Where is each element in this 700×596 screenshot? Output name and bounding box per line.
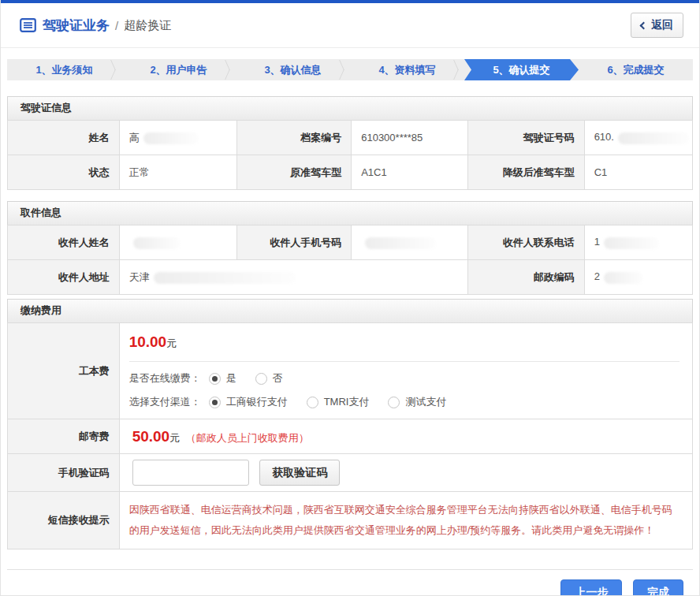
back-button-label: 返回 [651, 18, 673, 32]
field-label-recipient-name: 收件人姓名 [8, 225, 120, 260]
table-row: 状态 正常 原准驾车型 A1C1 降级后准驾车型 C1 [8, 155, 693, 190]
fees-section-title: 缴纳费用 [7, 299, 693, 322]
get-sms-code-button[interactable]: 获取验证码 [259, 460, 340, 486]
field-value-downgraded-class: C1 [584, 155, 692, 190]
radio-online-pay-yes[interactable]: 是 [209, 371, 236, 386]
field-label-card-fee: 工本费 [8, 323, 120, 419]
step-3-confirm-info[interactable]: 3、确认信息 [236, 59, 350, 80]
online-pay-question-row: 是否在线缴费： 是 否 [129, 371, 680, 386]
field-value-recipient-name [119, 225, 236, 260]
mail-fee-note: （邮政人员上门收取费用） [186, 432, 309, 444]
redaction-blur [143, 132, 199, 144]
table-row: 工本费 10.00元 是否在线缴费： 是 [8, 323, 693, 419]
finish-button[interactable]: 完成 [633, 579, 683, 596]
page-title: 驾驶证业务 [43, 17, 110, 35]
field-label-original-class: 原准驾车型 [237, 155, 352, 190]
field-label-recipient-phone: 收件人联系电话 [467, 225, 584, 260]
radio-channel-icbc[interactable]: 工商银行支付 [209, 395, 288, 409]
sms-tip-text: 因陕西省联通、电信运营商技术问题，陕西省互联网交通安全综合服务管理平台无法向持陕… [129, 500, 678, 541]
step-5-confirm-submit-active[interactable]: 5、确认提交 [464, 59, 579, 80]
field-value-postal-code: 2 [584, 260, 692, 295]
field-label-license-number: 驾驶证号码 [467, 121, 584, 155]
redaction-blur [154, 272, 296, 284]
pickup-info-table: 收件人姓名 收件人手机号码 收件人联系电话 1 收件人地址 天津 邮政编码 2 [7, 225, 693, 295]
online-pay-question: 是否在线缴费： [129, 371, 201, 386]
card-fee-amount: 10.00 [129, 333, 167, 350]
license-info-section: 驾驶证信息 姓名 高 档案编号 610300****85 驾驶证号码 610. … [7, 96, 693, 190]
fees-table: 工本费 10.00元 是否在线缴费： 是 [7, 322, 693, 549]
redaction-blur [133, 237, 181, 249]
radio-unselected-icon [307, 397, 318, 408]
mail-fee-cell: 50.00元 （邮政人员上门收取费用） [119, 419, 692, 454]
back-button[interactable]: 返回 [631, 13, 683, 38]
field-label-status: 状态 [8, 155, 120, 190]
field-value-recipient-address: 天津 [119, 260, 467, 295]
field-value-status: 正常 [119, 155, 236, 190]
pickup-section-title: 取件信息 [7, 201, 693, 225]
field-label-downgraded-class: 降级后准驾车型 [467, 155, 584, 190]
field-label-recipient-mobile: 收件人手机号码 [237, 225, 352, 260]
field-value-recipient-phone: 1 [584, 225, 692, 260]
radio-selected-icon [209, 397, 221, 408]
field-label-sms-code: 手机验证码 [8, 454, 120, 492]
table-row: 邮寄费 50.00元 （邮政人员上门收取费用） [8, 419, 693, 454]
radio-channel-tmri[interactable]: TMRI支付 [307, 395, 370, 409]
sms-code-input[interactable] [132, 460, 249, 486]
previous-step-button[interactable]: 上一步 [560, 579, 622, 596]
card-fee-unit: 元 [166, 337, 177, 349]
radio-unselected-icon [388, 397, 400, 408]
chevron-left-icon [640, 22, 648, 30]
sms-tip-cell: 因陕西省联通、电信运营商技术问题，陕西省互联网交通安全综合服务管理平台无法向持陕… [119, 492, 692, 549]
page-header: 驾驶证业务 / 超龄换证 返回 [1, 3, 699, 48]
mail-fee-amount: 50.00 [132, 428, 170, 445]
pay-channel-question-row: 选择支付渠道： 工商银行支付 TMRI支付 测试支付 [129, 395, 680, 409]
step-6-complete-submit[interactable]: 6、完成提交 [579, 59, 693, 80]
table-row: 收件人姓名 收件人手机号码 收件人联系电话 1 [8, 225, 693, 260]
field-label-name: 姓名 [8, 121, 120, 155]
sms-code-cell: 获取验证码 [119, 454, 692, 492]
pickup-info-section: 取件信息 收件人姓名 收件人手机号码 收件人联系电话 1 收件人地址 天津 邮政… [7, 201, 693, 295]
field-value-name: 高 [119, 121, 236, 155]
radio-unselected-icon [255, 373, 267, 385]
redaction-blur [604, 237, 659, 249]
card-fee-amount-line: 10.00元 [129, 333, 680, 362]
license-section-title: 驾驶证信息 [7, 96, 693, 120]
field-label-recipient-address: 收件人地址 [8, 260, 120, 295]
table-row: 姓名 高 档案编号 610300****85 驾驶证号码 610. [8, 121, 693, 155]
breadcrumb-current: 超龄换证 [124, 18, 171, 33]
table-row: 短信接收提示 因陕西省联通、电信运营商技术问题，陕西省互联网交通安全综合服务管理… [8, 492, 693, 549]
redaction-blur [604, 272, 643, 284]
field-value-original-class: A1C1 [352, 155, 468, 190]
pay-channel-question: 选择支付渠道： [129, 395, 201, 409]
main-content: 驾驶证信息 姓名 高 档案编号 610300****85 驾驶证号码 610. … [1, 96, 699, 549]
field-value-license-number: 610. [584, 121, 692, 155]
field-label-file-number: 档案编号 [237, 121, 352, 155]
card-fee-cell: 10.00元 是否在线缴费： 是 否 [119, 323, 692, 419]
step-4-fill-materials[interactable]: 4、资料填写 [350, 59, 464, 80]
list-document-icon [20, 18, 36, 32]
radio-channel-test[interactable]: 测试支付 [388, 395, 446, 409]
breadcrumb-separator: / [115, 19, 118, 32]
redaction-blur [365, 237, 436, 249]
page: 驾驶证业务 / 超龄换证 返回 1、业务须知 2、用户申告 3、确认信息 4、资… [0, 0, 700, 596]
step-1-business-notice[interactable]: 1、业务须知 [7, 59, 121, 80]
license-info-table: 姓名 高 档案编号 610300****85 驾驶证号码 610. 状态 正常 … [7, 120, 693, 190]
radio-online-pay-no[interactable]: 否 [255, 371, 283, 386]
field-value-recipient-mobile [352, 225, 468, 260]
table-row: 手机验证码 获取验证码 [8, 454, 693, 492]
radio-selected-icon [209, 373, 221, 385]
step-2-user-declaration[interactable]: 2、用户申告 [121, 59, 236, 80]
redaction-blur [618, 132, 689, 144]
fees-section: 缴纳费用 工本费 10.00元 是否在线缴费： 是 [7, 299, 693, 549]
footer-actions: 上一步 完成 [7, 569, 693, 596]
field-label-sms-tip: 短信接收提示 [8, 492, 120, 549]
step-progress-bar: 1、业务须知 2、用户申告 3、确认信息 4、资料填写 5、确认提交 6、完成提… [7, 59, 693, 80]
mail-fee-unit: 元 [169, 432, 180, 444]
field-label-mail-fee: 邮寄费 [8, 419, 120, 454]
field-label-postal-code: 邮政编码 [467, 260, 584, 295]
field-value-file-number: 610300****85 [352, 121, 468, 155]
table-row: 收件人地址 天津 邮政编码 2 [8, 260, 693, 295]
